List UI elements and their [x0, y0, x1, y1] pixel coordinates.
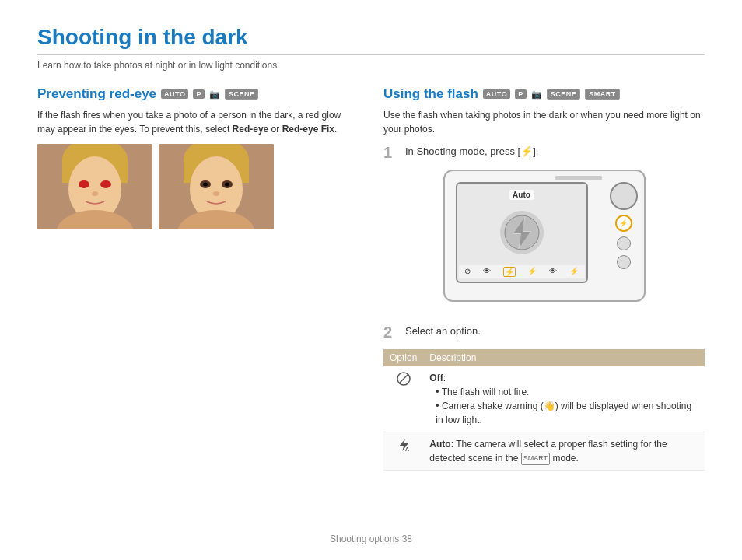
svg-line-23 [399, 374, 408, 383]
page-subtitle: Learn how to take photos at night or in … [37, 60, 705, 71]
icon-flash-fill: ⚡ [527, 267, 537, 277]
table-row-off: Off: The flash will not fire. Camera sha… [383, 366, 705, 432]
right-scene-icon: 📷 [531, 89, 542, 100]
camera-icons-bar: ⊘ 👁 ⚡ ⚡ 👁 ⚡ [459, 265, 585, 278]
icon-flash-slow: ⚡ [569, 267, 579, 277]
page: Shooting in the dark Learn how to take p… [0, 0, 742, 560]
options-table: Option Description Off: [383, 349, 705, 471]
p-badge: P [193, 89, 205, 99]
off-bullet-2: Camera shake warning (👋) will be display… [436, 399, 698, 427]
photo-no-red-eye [159, 144, 274, 229]
page-footer: Shooting options 38 [0, 534, 742, 544]
svg-text:A: A [405, 446, 409, 452]
camera-screen-inner: Auto ⊘ 👁 ⚡ ⚡ [457, 184, 586, 282]
right-auto-badge: AUTO [483, 89, 510, 99]
svg-point-4 [79, 180, 89, 188]
right-section-body: Use the flash when taking photos in the … [383, 108, 705, 136]
auto-badge: AUTO [161, 89, 188, 99]
off-label: Off [429, 373, 443, 383]
period: . [334, 124, 337, 135]
svg-point-5 [100, 180, 111, 188]
step-1-number: 1 [383, 144, 399, 162]
off-icon [396, 371, 411, 387]
content-columns: Preventing red-eye AUTO P 📷 SCENE If the… [37, 86, 705, 471]
icon-flash-auto: ⚡ [503, 267, 516, 277]
camera-top-strip [555, 176, 602, 180]
auto-mode-text: mode. [550, 453, 579, 464]
photo2-svg [159, 144, 274, 229]
left-column: Preventing red-eye AUTO P 📷 SCENE If the… [37, 86, 359, 471]
icon-flash-redeye: 👁 [549, 267, 557, 277]
svg-point-15 [225, 183, 229, 187]
scene-icon: 📷 [209, 89, 220, 100]
smart-mode-badge: SMART [521, 453, 550, 465]
footer-text: Shooting options 38 [330, 534, 412, 544]
table-header-description: Description [423, 349, 705, 366]
off-icon-cell [383, 366, 423, 432]
photo-red-eye [37, 144, 152, 229]
svg-point-6 [92, 191, 98, 196]
using-flash-label: Using the flash [383, 86, 478, 102]
preventing-red-eye-label: Preventing red-eye [37, 86, 156, 102]
step-1-text: In Shooting mode, press [⚡]. [405, 144, 538, 157]
active-flash-button[interactable]: ⚡ [615, 215, 632, 232]
right-smart-badge: SMART [585, 89, 620, 100]
step-2-text: Select an option. [405, 324, 481, 337]
right-scene-badge: SCENE [547, 89, 581, 100]
red-eye-fix-bold: Red-eye Fix [282, 124, 334, 135]
camera-diagram: Auto ⊘ 👁 ⚡ ⚡ [443, 170, 646, 302]
step-2-number: 2 [383, 324, 399, 341]
right-p-badge: P [515, 89, 527, 99]
auto-icon-cell: A [383, 432, 423, 471]
red-eye-bold: Red-eye [233, 124, 269, 135]
control-btn-2[interactable] [617, 255, 631, 269]
off-bullet-1: The flash will not fire. [436, 385, 698, 399]
photo1-svg [37, 144, 152, 229]
camera-right-controls: ⚡ [610, 182, 638, 269]
off-bullets: The flash will not fire. Camera shake wa… [429, 385, 698, 427]
table-header-option: Option [383, 349, 423, 366]
auto-screen-label: Auto [509, 190, 534, 200]
page-title: Shooting in the dark [37, 25, 705, 55]
table-row-auto: A Auto: The camera will select a proper … [383, 432, 705, 471]
right-column: Using the flash AUTO P 📷 SCENE SMART Use… [383, 86, 705, 471]
icon-flash-off: ⊘ [464, 267, 471, 277]
camera-screen: Auto ⊘ 👁 ⚡ ⚡ [456, 182, 588, 283]
svg-point-14 [203, 183, 208, 187]
camera-diagram-wrapper: Auto ⊘ 👁 ⚡ ⚡ [383, 170, 705, 314]
icon-flash-eye: 👁 [483, 267, 491, 277]
off-desc: Off: The flash will not fire. Camera sha… [423, 366, 705, 432]
left-section-title: Preventing red-eye AUTO P 📷 SCENE [37, 86, 359, 102]
auto-label: Auto [429, 439, 450, 450]
or-text: or [268, 124, 282, 135]
auto-desc: Auto: The camera will select a proper fl… [423, 432, 705, 471]
step-2: 2 Select an option. [383, 324, 705, 341]
scene-badge: SCENE [225, 89, 259, 100]
photos-row [37, 144, 359, 229]
control-btn-1[interactable] [617, 236, 631, 250]
right-section-title: Using the flash AUTO P 📷 SCENE SMART [383, 86, 705, 102]
flash-circle-icon [502, 213, 541, 252]
auto-flash-icon: A [394, 437, 413, 453]
control-dial[interactable] [610, 182, 638, 210]
left-section-body: If the flash fires when you take a photo… [37, 108, 359, 136]
svg-point-16 [213, 191, 219, 196]
step-1: 1 In Shooting mode, press [⚡]. [383, 144, 705, 162]
